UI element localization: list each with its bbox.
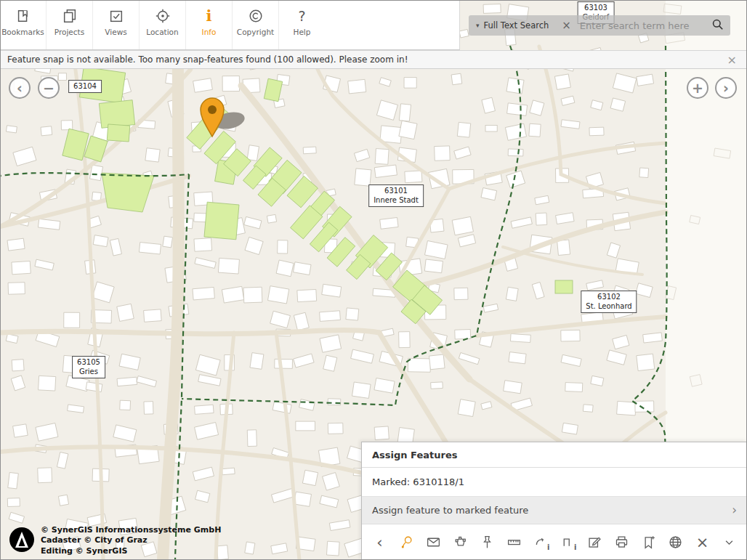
toolbar-label: Bookmarks	[1, 28, 44, 36]
search-filter-label: Full Text Search	[484, 20, 549, 31]
bookmarks-icon	[15, 7, 31, 25]
assign-select-icon[interactable]	[397, 533, 416, 552]
zoom-in-button[interactable]: +	[687, 77, 708, 99]
chevron-right-icon: ›	[732, 506, 737, 515]
assign-feature-label: Assign feature to marked feature	[372, 505, 528, 516]
notification-text: Feature snap is not available. Too many …	[0, 54, 408, 65]
copyright-icon	[248, 7, 264, 25]
district-label: 63104	[68, 80, 102, 93]
map-attribution: © SynerGIS Informationssysteme GmbH Cada…	[9, 525, 221, 556]
toolbar-projects[interactable]: Projects	[47, 0, 93, 49]
synergis-logo	[9, 527, 35, 556]
projects-icon	[62, 7, 78, 25]
bookmark-add-icon[interactable]	[639, 533, 658, 552]
search-icon	[711, 17, 724, 33]
toolbar-location[interactable]: Location	[140, 0, 186, 49]
assign-feature-row[interactable]: Assign feature to marked feature ›	[362, 497, 747, 524]
views-icon	[108, 7, 124, 25]
toolbar-label: Info	[202, 28, 217, 36]
toolbar-label: Help	[294, 28, 311, 36]
district-label: 63102 St. Leonhard	[581, 291, 637, 313]
attribution-line: Editing © SynerGIS	[41, 546, 221, 556]
back-button[interactable]: ‹	[371, 533, 389, 552]
panel-toolbar: ‹ i i	[362, 524, 747, 560]
main-toolbar: Bookmarks Projects Views Location i Info…	[0, 0, 460, 50]
toolbar-label: Projects	[54, 28, 84, 36]
identify-line-icon[interactable]: i	[532, 533, 551, 552]
search-input[interactable]	[578, 20, 708, 32]
toolbar-bookmarks[interactable]: Bookmarks	[0, 0, 47, 49]
toolbar-help[interactable]: ? Help	[279, 0, 325, 49]
measure-icon[interactable]	[505, 533, 524, 552]
attribution-line: Cadaster © City of Graz	[41, 535, 221, 545]
district-label: 63101 Innere Stadt	[368, 184, 424, 207]
mail-icon[interactable]	[424, 533, 443, 552]
toolbar-label: Views	[105, 28, 126, 36]
globe-icon[interactable]	[666, 533, 685, 552]
chevron-down-icon: ▾	[476, 22, 480, 29]
edit-icon[interactable]	[586, 533, 605, 552]
search-filter-dropdown[interactable]: ▾ Full Text Search	[469, 15, 554, 36]
pin-icon[interactable]	[478, 533, 497, 552]
toolbar-copyright[interactable]: Copyright	[233, 0, 279, 49]
toolbar-label: Copyright	[237, 28, 274, 36]
close-icon[interactable]: ×	[693, 533, 712, 552]
add-polygon-icon[interactable]	[451, 533, 470, 552]
assign-features-panel: Assign Features Marked: 6310118/1 Assign…	[361, 442, 747, 560]
attribution-line: © SynerGIS Informationssysteme GmbH	[41, 525, 221, 535]
district-label: 63105 Gries	[72, 356, 105, 378]
toolbar-views[interactable]: Views	[93, 0, 140, 49]
help-icon: ?	[298, 7, 305, 25]
next-view-button[interactable]: ›	[715, 77, 737, 99]
toolbar-label: Location	[146, 28, 178, 36]
search-clear-button[interactable]: ×	[554, 19, 578, 32]
collapse-icon[interactable]	[720, 533, 739, 552]
search-bar: ▾ Full Text Search ×	[469, 15, 730, 36]
notification-bar: Feature snap is not available. Too many …	[0, 50, 747, 69]
marked-feature-text: Marked: 6310118/1	[362, 468, 747, 497]
search-button[interactable]	[708, 17, 730, 33]
info-icon: i	[206, 7, 212, 25]
zoom-out-button[interactable]: −	[38, 77, 60, 99]
location-target-icon	[155, 7, 171, 25]
print-icon[interactable]	[613, 533, 631, 552]
panel-title: Assign Features	[362, 442, 747, 468]
identify-area-icon[interactable]: i	[559, 533, 578, 552]
previous-view-button[interactable]: ‹	[9, 77, 31, 99]
toolbar-info[interactable]: i Info	[186, 0, 233, 49]
notification-close-button[interactable]: ×	[727, 53, 747, 67]
